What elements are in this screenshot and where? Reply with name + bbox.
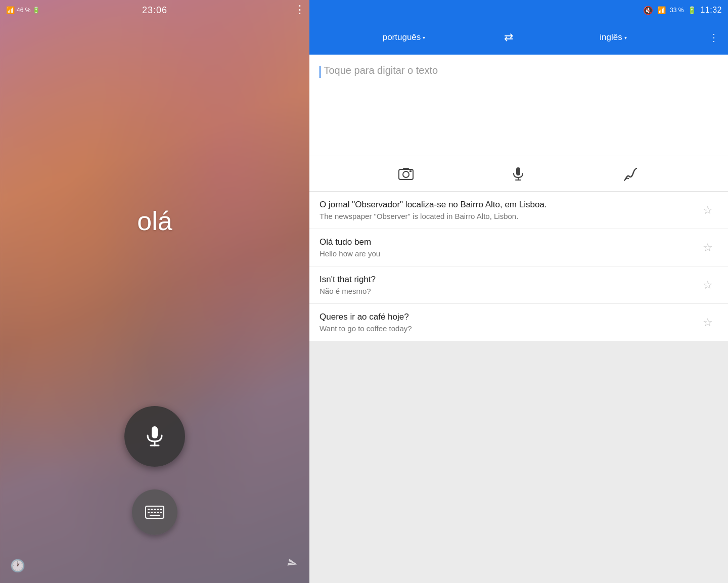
- voice-input-button[interactable]: [507, 162, 530, 186]
- history-primary-text: O jornal "Observador" localiza-se no Bai…: [320, 200, 698, 210]
- right-overflow-menu[interactable]: ⋮: [704, 25, 724, 50]
- send-icon[interactable]: [286, 557, 299, 573]
- history-secondary-text: Não é mesmo?: [320, 287, 698, 295]
- right-panel: 🔇 📶 33 % 🔋 11:32 português ▾ ⇄ inglês ▾ …: [309, 0, 728, 583]
- history-item[interactable]: O jornal "Observador" localiza-se no Bai…: [309, 192, 728, 229]
- svg-rect-4: [148, 509, 150, 510]
- wifi-icon: 📶: [6, 6, 15, 14]
- right-battery-percent: 33 %: [670, 7, 684, 14]
- svg-rect-12: [157, 512, 159, 513]
- mic-icon: [143, 424, 167, 449]
- target-lang-arrow: ▾: [624, 35, 627, 40]
- history-text-block: Olá tudo bem Hello how are you: [320, 237, 698, 258]
- keyboard-icon: [145, 502, 165, 522]
- favorite-btn[interactable]: ☆: [698, 312, 718, 333]
- target-language-btn[interactable]: inglês ▾: [523, 28, 704, 47]
- history-item[interactable]: Queres ir ao café hoje? Want to go to co…: [309, 304, 728, 341]
- translation-input-area[interactable]: Toque para digitar o texto: [309, 55, 728, 156]
- svg-rect-13: [160, 512, 162, 513]
- bottom-empty-area: [309, 341, 728, 583]
- right-clock: 11:32: [700, 6, 722, 15]
- left-panel: 📶 46 % 🔋 23:06 ⋮ olá: [0, 0, 309, 583]
- history-text-block: Isn't that right? Não é mesmo?: [320, 275, 698, 295]
- history-secondary-text: The newspaper "Observer" is located in B…: [320, 212, 698, 220]
- svg-rect-10: [151, 512, 153, 513]
- swap-icon: ⇄: [504, 31, 513, 44]
- battery-percent: 46 %: [17, 7, 30, 14]
- svg-rect-14: [150, 515, 160, 516]
- swap-languages-btn[interactable]: ⇄: [494, 25, 523, 50]
- source-lang-label: português: [383, 32, 421, 42]
- keyboard-button[interactable]: [132, 489, 177, 535]
- favorite-btn[interactable]: ☆: [698, 238, 718, 258]
- history-item[interactable]: Isn't that right? Não é mesmo? ☆: [309, 266, 728, 304]
- svg-rect-17: [403, 168, 409, 170]
- history-primary-text: Isn't that right?: [320, 275, 698, 285]
- text-cursor: [320, 66, 321, 78]
- history-text-block: Queres ir ao café hoje? Want to go to co…: [320, 312, 698, 333]
- camera-button[interactable]: [394, 162, 418, 186]
- share-icon-svg: [286, 557, 299, 570]
- history-secondary-text: Want to go to coffee today?: [320, 324, 698, 333]
- left-overflow-menu[interactable]: ⋮: [294, 4, 305, 15]
- svg-point-16: [403, 171, 409, 177]
- clock-icon[interactable]: 🕐: [10, 559, 25, 573]
- mic-button[interactable]: [124, 406, 185, 467]
- svg-rect-0: [152, 426, 158, 438]
- svg-rect-6: [154, 509, 156, 510]
- left-status-bar: 📶 46 % 🔋 23:06: [0, 0, 309, 20]
- left-status-indicators: 📶 46 % 🔋: [6, 6, 40, 14]
- history-primary-text: Olá tudo bem: [320, 237, 698, 247]
- history-list: O jornal "Observador" localiza-se no Bai…: [309, 192, 728, 341]
- mute-icon: 🔇: [643, 6, 653, 15]
- history-primary-text: Queres ir ao café hoje?: [320, 312, 698, 322]
- battery-icon: 🔋: [32, 7, 40, 14]
- right-status-bar: 🔇 📶 33 % 🔋 11:32: [309, 0, 728, 20]
- svg-rect-9: [148, 512, 150, 513]
- svg-rect-5: [151, 509, 153, 510]
- right-battery-icon: 🔋: [688, 6, 696, 14]
- favorite-btn[interactable]: ☆: [698, 275, 718, 295]
- input-placeholder: Toque para digitar o texto: [324, 65, 438, 76]
- camera-icon: [398, 166, 414, 182]
- input-action-bar: [309, 156, 728, 191]
- left-clock: 23:06: [142, 5, 167, 16]
- source-language-btn[interactable]: português ▾: [313, 28, 494, 47]
- svg-rect-7: [157, 509, 159, 510]
- handwriting-button[interactable]: [618, 161, 644, 187]
- source-lang-arrow: ▾: [423, 35, 425, 40]
- history-text-block: O jornal "Observador" localiza-se no Bai…: [320, 200, 698, 220]
- svg-rect-19: [516, 167, 520, 175]
- favorite-btn[interactable]: ☆: [698, 200, 718, 220]
- wifi-signal-icon: 📶: [657, 6, 666, 14]
- handwriting-icon: [622, 165, 640, 183]
- translator-header: português ▾ ⇄ inglês ▾ ⋮: [309, 20, 728, 55]
- history-secondary-text: Hello how are you: [320, 249, 698, 258]
- history-item[interactable]: Olá tudo bem Hello how are you ☆: [309, 229, 728, 266]
- svg-rect-18: [410, 170, 412, 172]
- microphone-icon: [511, 166, 526, 182]
- svg-rect-11: [154, 512, 156, 513]
- target-lang-label: inglês: [600, 32, 622, 42]
- greeting-text: olá: [137, 206, 172, 236]
- svg-rect-8: [160, 509, 162, 510]
